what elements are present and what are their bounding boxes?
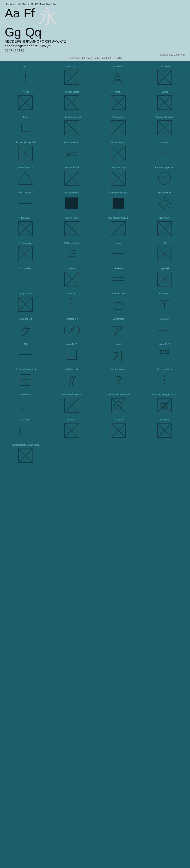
grid-cell-37: Kanbun [49, 289, 95, 314]
cell-label-31: IDC [163, 240, 167, 245]
grid-cell-0: ASCII! [2, 62, 48, 87]
cell-label-54: Enclosed Alphanum Sup [107, 391, 130, 396]
cell-label-53: Half And Full Forms [63, 391, 81, 396]
cell-label-21: Block Elements [64, 189, 79, 194]
cell-icon-30 [110, 246, 126, 262]
grid-cell-54: Enclosed Alphanum Sup [95, 390, 141, 415]
cell-label-9: Latin Ext Additional [63, 114, 81, 119]
cell-label-44: CK [24, 341, 27, 345]
cell-label-22: Geometric Shapes [109, 189, 127, 194]
svg-text:一: 一 [158, 324, 169, 337]
cell-label-12: Diacritics For Symbols [15, 139, 36, 144]
cell-label-42: CK Compat [113, 315, 124, 320]
grid-cell-30: Kangxi [95, 239, 141, 264]
specimen-aa: Aa [5, 7, 20, 26]
cell-icon-11 [156, 119, 173, 136]
cell-icon-21 [64, 195, 80, 212]
grid-cell-34: Katakana [95, 264, 141, 289]
grid-cell-4: IPA Ext [2, 88, 48, 112]
cell-label-37: Kanbun [68, 290, 76, 295]
cell-label-5: Modifier Letters [64, 89, 79, 93]
specimen-qq: Qq [25, 26, 41, 38]
grid-container: ASCII!Latin 1 Sup Latin Ext A A Latin Ex… [0, 61, 190, 468]
cell-label-25: Sup Arrows B [65, 215, 78, 219]
cell-icon-48 [17, 372, 34, 388]
grid-cell-17: Misc Technical [49, 163, 95, 188]
grid-cell-7: Cyrillic [142, 88, 188, 112]
grid-cell-35: Bopomofo [142, 264, 188, 289]
cell-icon-42: ア [110, 321, 126, 338]
grid-cell-45: Jamo Ext A [49, 340, 95, 365]
grid-cell-12: Diacritics For Symbols [2, 138, 48, 163]
cell-label-27: Misc Arrows [159, 215, 170, 219]
cell-label-49: Alphabetic PF [65, 366, 78, 371]
grid-cell-44: CK [2, 340, 48, 365]
svg-point-41 [161, 200, 168, 207]
cell-label-33: Hiragana [68, 265, 76, 270]
cell-icon-5 [64, 94, 80, 111]
cell-icon-8 [17, 119, 34, 136]
cell-icon-9 [64, 119, 80, 136]
cell-icon-32: 。 [17, 271, 34, 287]
cell-icon-12 [17, 145, 34, 161]
grid-cell-16: Math Operators [2, 163, 48, 188]
copyright: © Design by fontke.com [5, 53, 185, 56]
cell-label-8: Jamo [23, 114, 28, 119]
cell-label-57: CK Ext C [68, 416, 76, 421]
cell-label-3: Latin Ext B [159, 63, 170, 68]
cell-label-16: Math Operators [18, 164, 33, 169]
grid-cell-33: Hiragana [49, 264, 95, 289]
cell-label-38: Bopomofo Ext [111, 290, 125, 295]
svg-text:ア: ア [111, 324, 124, 337]
grid-cell-31: IDC [142, 239, 188, 264]
svg-rect-88 [67, 350, 76, 360]
specimen-cjk: 永 [38, 7, 58, 26]
grid-cell-11: Currency Symbols [142, 113, 188, 137]
grid-cell-50: Vertical Forms? [95, 365, 141, 390]
cell-icon-41: (メ) [64, 321, 80, 338]
cell-label-60: CK Compat Ideographic Sup [12, 442, 39, 446]
grid-cell-48: CK Compat Ideographic [2, 365, 48, 390]
header: Source Han Sans UI SC Bold Regular Aa Ff… [0, 0, 190, 61]
svg-line-49 [160, 207, 161, 208]
cell-icon-36 [17, 296, 34, 313]
cell-icon-40: ク [17, 321, 34, 338]
cell-icon-53 [64, 397, 80, 413]
cell-label-29: CK Radicals Sup [64, 240, 80, 245]
cell-icon-4 [17, 94, 34, 111]
cell-icon-13: a/c [64, 145, 80, 161]
grid-cell-47: Jamo Ext B ꥠ [142, 340, 188, 365]
cell-icon-47: ꥠ [156, 346, 173, 363]
cell-label-46: Hangul [115, 341, 122, 345]
cell-label-47: Jamo Ext B [159, 341, 170, 345]
specimen-gg: Gg [5, 26, 21, 38]
cell-label-51: CK Compat Forms [156, 366, 174, 371]
cell-label-18: Control Pictures [111, 164, 126, 169]
grid-cell-5: Modifier Letters [49, 88, 95, 112]
svg-text:A: A [112, 69, 123, 86]
cell-icon-50: ? [110, 372, 126, 388]
grid-cell-24: Dingbats [2, 214, 48, 239]
cell-icon-18 [110, 170, 126, 187]
grid-cell-21: Block Elements [49, 188, 95, 213]
grid-cell-41: Enclosed CK(メ) [49, 315, 95, 339]
cell-label-32: CK Symbols [20, 265, 31, 270]
cell-icon-25 [64, 220, 80, 237]
cell-icon-46: 가 [110, 346, 126, 363]
grid-cell-32: CK Symbols。 [2, 264, 48, 289]
grid-cell-14: Number Forms [95, 138, 141, 163]
cell-label-6: Greek [115, 89, 121, 93]
svg-text:ご: ご [113, 299, 124, 311]
grid-cell-15: Arrows← [142, 138, 188, 163]
cell-icon-39 [156, 296, 173, 313]
grid-cell-27: Misc Arrows [142, 214, 188, 239]
grid-cell-56: CK Ext B 𠀀 [2, 415, 48, 440]
grid-cell-38: Bopomofo Ext ご [95, 289, 141, 314]
cell-icon-60 [17, 447, 34, 464]
cell-icon-28 [17, 246, 34, 262]
grid-cell-42: CK Compat ア [95, 315, 141, 339]
grid-cell-22: Geometric Shapes [95, 188, 141, 213]
cell-label-50: Vertical Forms [111, 366, 125, 371]
svg-text:稿: 稿 [160, 402, 168, 410]
specimen-ff: Ff [24, 7, 35, 26]
